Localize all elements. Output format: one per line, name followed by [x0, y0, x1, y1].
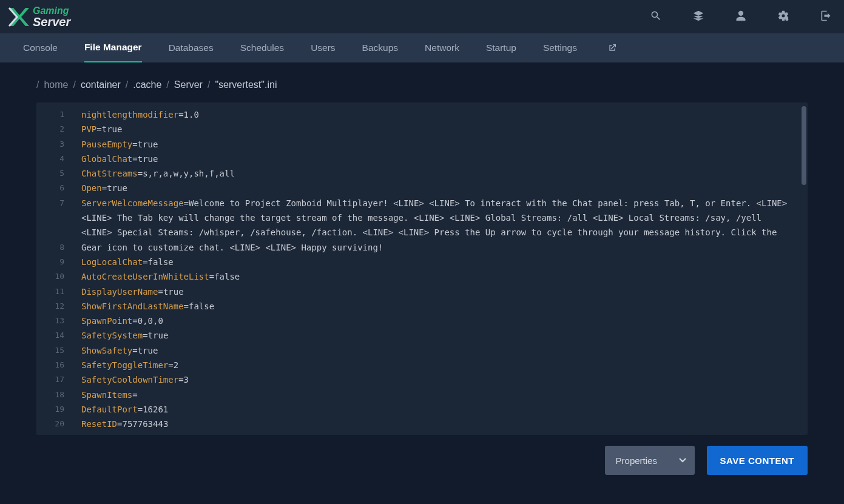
line-number: 8 [36, 240, 73, 255]
code-line[interactable]: SafetyCooldownTimer=3 [81, 372, 808, 387]
nav-tab-schedules[interactable]: Schedules [240, 33, 284, 62]
search-icon[interactable] [650, 10, 662, 24]
code-line[interactable]: nightlengthmodifier=1.0 [81, 107, 808, 122]
logout-icon[interactable] [820, 10, 832, 24]
code-line[interactable]: Mods= [81, 432, 808, 435]
breadcrumb-sep: / [126, 79, 128, 90]
nav-tab-users[interactable]: Users [311, 33, 335, 62]
nav-tab-console[interactable]: Console [23, 33, 58, 62]
editor-footer: Properties SAVE CONTENT [36, 435, 808, 475]
code-line[interactable]: DisplayUserName=true [81, 284, 808, 299]
line-number: 7 [36, 196, 73, 240]
code-line[interactable]: ShowFirstAndLastName=false [81, 299, 808, 314]
nav-tab-startup[interactable]: Startup [486, 33, 516, 62]
line-number: 17 [36, 372, 73, 387]
nav-tab-backups[interactable]: Backups [362, 33, 398, 62]
line-number: 2 [36, 122, 73, 136]
chevron-down-icon [679, 457, 686, 464]
user-icon[interactable] [735, 10, 747, 24]
layers-icon[interactable] [692, 10, 704, 24]
admin-settings-icon[interactable] [777, 10, 789, 24]
line-number: 11 [36, 284, 73, 299]
code-line[interactable]: ShowSafety=true [81, 343, 808, 358]
logo-line2: Server [33, 16, 70, 28]
line-number: 19 [36, 402, 73, 417]
breadcrumb-sep: / [36, 79, 39, 90]
code-line[interactable]: AutoCreateUserInWhiteList=false [81, 269, 808, 284]
line-number: 15 [36, 343, 73, 358]
code-line[interactable]: ChatStreams=s,r,a,w,y,sh,f,all [81, 166, 808, 181]
nav-tab-file-manager[interactable]: File Manager [84, 33, 142, 62]
line-number: 1 [36, 107, 73, 122]
brand-logo[interactable]: Gaming Server [6, 5, 70, 29]
code-line[interactable]: SafetyToggleTimer=2 [81, 358, 808, 372]
breadcrumb-sep: / [208, 79, 210, 90]
nav-tab-settings[interactable]: Settings [543, 33, 577, 62]
external-link-icon[interactable] [607, 33, 617, 62]
nav-tab-databases[interactable]: Databases [169, 33, 214, 62]
line-number: 9 [36, 255, 73, 269]
line-number: 18 [36, 388, 73, 402]
code-line[interactable]: SafetySystem=true [81, 328, 808, 343]
breadcrumb-seg-1[interactable]: container [81, 79, 121, 90]
code-line[interactable]: ResetID=757763443 [81, 417, 808, 431]
code-editor[interactable]: 123456789101112131415161718192021 nightl… [36, 102, 808, 435]
code-line[interactable]: SpawnItems= [81, 388, 808, 402]
breadcrumb-seg-4: "servertest".ini [215, 79, 277, 90]
code-area[interactable]: nightlengthmodifier=1.0PVP=truePauseEmpt… [73, 102, 808, 435]
breadcrumb-sep: / [73, 79, 75, 90]
svg-point-0 [785, 18, 788, 21]
code-line[interactable]: ServerWelcomeMessage=Welcome to Project … [81, 196, 808, 255]
code-line[interactable]: Open=true [81, 181, 808, 195]
code-line[interactable]: LogLocalChat=false [81, 255, 808, 269]
syntax-dropdown-label: Properties [616, 455, 657, 466]
top-icon-bar [650, 10, 832, 24]
code-line[interactable]: DefaultPort=16261 [81, 402, 808, 417]
save-content-button[interactable]: SAVE CONTENT [707, 446, 808, 475]
breadcrumb-seg-3[interactable]: Server [174, 79, 203, 90]
logo-line1: Gaming [33, 6, 70, 16]
line-number: 6 [36, 181, 73, 195]
line-number: 13 [36, 314, 73, 328]
line-number: 10 [36, 269, 73, 284]
breadcrumb-seg-2[interactable]: .cache [133, 79, 161, 90]
syntax-dropdown[interactable]: Properties [605, 446, 695, 475]
scrollbar-thumb[interactable] [802, 106, 806, 185]
breadcrumb: /home/container/.cache/Server/"servertes… [36, 79, 808, 90]
line-number: 5 [36, 166, 73, 181]
code-line[interactable]: PauseEmpty=true [81, 137, 808, 152]
code-line[interactable]: PVP=true [81, 122, 808, 136]
line-number: 20 [36, 417, 73, 431]
line-number: 12 [36, 299, 73, 314]
logo-x-icon [6, 5, 30, 29]
breadcrumb-seg-0[interactable]: home [44, 79, 68, 90]
code-line[interactable]: GlobalChat=true [81, 152, 808, 166]
topbar: Gaming Server [0, 0, 844, 33]
nav-tab-network[interactable]: Network [425, 33, 459, 62]
line-number: 3 [36, 137, 73, 152]
subnav: ConsoleFile ManagerDatabasesSchedulesUse… [0, 33, 844, 62]
line-gutter: 123456789101112131415161718192021 [36, 102, 73, 435]
line-number: 16 [36, 358, 73, 372]
code-line[interactable]: SpawnPoint=0,0,0 [81, 314, 808, 328]
line-number: 14 [36, 328, 73, 343]
line-number: 21 [36, 432, 73, 435]
line-number: 4 [36, 152, 73, 166]
breadcrumb-sep: / [166, 79, 169, 90]
